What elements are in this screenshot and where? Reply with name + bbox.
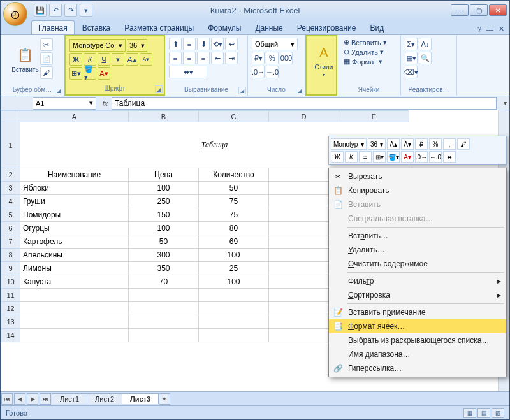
view-layout[interactable]: ▤ bbox=[477, 408, 490, 418]
cell[interactable]: 100 bbox=[199, 275, 269, 289]
close-button[interactable]: ✕ bbox=[489, 4, 507, 16]
header-cell[interactable]: Цена bbox=[129, 168, 199, 182]
cell[interactable]: 50 bbox=[199, 182, 269, 195]
sheet-nav-prev[interactable]: ◀ bbox=[14, 393, 26, 405]
cell[interactable] bbox=[20, 315, 129, 329]
wrap-text[interactable]: ↩ bbox=[225, 38, 238, 50]
row-header-12[interactable]: 12 bbox=[1, 302, 20, 315]
cell[interactable]: 50 bbox=[129, 235, 199, 249]
cell[interactable] bbox=[199, 289, 269, 302]
cell[interactable]: Огурцы bbox=[20, 222, 129, 235]
ribbon-tab-4[interactable]: Данные bbox=[249, 21, 289, 34]
row-header-14[interactable]: 14 bbox=[1, 329, 20, 342]
qat-save[interactable]: 💾 bbox=[34, 4, 47, 17]
mini-italic[interactable]: К bbox=[345, 151, 358, 163]
dropdown[interactable]: ▾ bbox=[112, 53, 124, 66]
dec-decimal[interactable]: ←.0 bbox=[266, 66, 279, 78]
grow-font[interactable]: A▴ bbox=[126, 53, 138, 66]
align-center[interactable]: ≡ bbox=[183, 52, 196, 64]
help-icon[interactable]: ? bbox=[476, 24, 483, 34]
sort-filter[interactable]: A↓ bbox=[419, 38, 432, 50]
mini-merge[interactable]: ⬌ bbox=[443, 151, 456, 163]
italic-button[interactable]: К bbox=[84, 53, 96, 66]
row-header-10[interactable]: 10 bbox=[1, 275, 20, 289]
doc-close[interactable]: ✕ bbox=[497, 24, 506, 34]
mini-comma[interactable]: , bbox=[443, 138, 456, 150]
cell[interactable]: Апельсины bbox=[20, 249, 129, 262]
cell[interactable] bbox=[129, 302, 199, 315]
cell[interactable]: 350 bbox=[129, 262, 199, 275]
cell[interactable] bbox=[20, 302, 129, 315]
mini-font-combo[interactable]: Monotyp▾ bbox=[331, 138, 367, 150]
maximize-button[interactable]: ▢ bbox=[470, 4, 488, 16]
align-launcher[interactable]: ◢ bbox=[238, 87, 246, 94]
formula-bar[interactable]: Таблица bbox=[112, 97, 497, 110]
ribbon-tab-5[interactable]: Рецензирование bbox=[291, 21, 363, 34]
qat-redo[interactable]: ↷ bbox=[64, 4, 77, 17]
minimize-ribbon[interactable]: — bbox=[485, 24, 495, 34]
mini-percent[interactable]: % bbox=[429, 138, 442, 150]
qat-undo[interactable]: ↶ bbox=[49, 4, 62, 17]
col-header-E[interactable]: E bbox=[339, 111, 409, 122]
col-header-A[interactable]: A bbox=[20, 111, 129, 122]
cell[interactable]: 80 bbox=[199, 222, 269, 235]
font-size-combo[interactable]: 36▾ bbox=[127, 39, 147, 52]
cell[interactable]: 300 bbox=[129, 249, 199, 262]
cell[interactable]: 70 bbox=[129, 275, 199, 289]
percent[interactable]: % bbox=[266, 52, 279, 64]
inc-decimal[interactable]: .0→ bbox=[252, 66, 265, 78]
font-color[interactable]: A▾ bbox=[98, 67, 110, 80]
ctx-item[interactable]: Выбрать из раскрывающегося списка… bbox=[329, 333, 506, 347]
row-header-8[interactable]: 8 bbox=[1, 249, 20, 262]
mini-size-combo[interactable]: 36▾ bbox=[368, 138, 386, 150]
mini-painter[interactable]: 🖌 bbox=[457, 138, 470, 150]
ribbon-tab-6[interactable]: Вид bbox=[363, 21, 390, 34]
clear[interactable]: ⌫▾ bbox=[405, 66, 418, 78]
cut-button[interactable]: ✂ bbox=[40, 38, 53, 51]
mini-border[interactable]: ⊞▾ bbox=[373, 151, 386, 163]
header-cell[interactable]: Наименование bbox=[20, 168, 129, 182]
cell[interactable]: 100 bbox=[129, 222, 199, 235]
ribbon-tab-0[interactable]: Главная bbox=[31, 20, 75, 34]
fill[interactable]: ▦▾ bbox=[405, 52, 418, 64]
ribbon-tab-3[interactable]: Формулы bbox=[201, 21, 247, 34]
fill-color[interactable]: 🪣▾ bbox=[84, 67, 96, 80]
cell[interactable] bbox=[199, 302, 269, 315]
cell[interactable] bbox=[129, 315, 199, 329]
font-name-combo[interactable]: Monotype Co▾ bbox=[69, 39, 126, 52]
row-header-3[interactable]: 3 bbox=[1, 182, 20, 195]
cell[interactable] bbox=[199, 329, 269, 342]
sheet-tab-1[interactable]: Лист2 bbox=[87, 393, 122, 404]
sheet-nav-first[interactable]: ⏮ bbox=[1, 393, 13, 405]
cell[interactable]: 100 bbox=[129, 182, 199, 195]
cell[interactable] bbox=[129, 329, 199, 342]
cell[interactable]: Капуста bbox=[20, 275, 129, 289]
office-button[interactable]: ◴ bbox=[3, 2, 27, 26]
merge-center[interactable]: ⬌▾ bbox=[169, 66, 207, 78]
row-header-13[interactable]: 13 bbox=[1, 315, 20, 329]
ctx-item[interactable]: Удалить… bbox=[329, 243, 506, 257]
row-header-1[interactable]: 1 bbox=[1, 122, 20, 168]
mini-incdec[interactable]: .0→ bbox=[415, 151, 428, 163]
cell[interactable] bbox=[129, 289, 199, 302]
ribbon-tab-1[interactable]: Вставка bbox=[76, 21, 117, 34]
row-header-2[interactable]: 2 bbox=[1, 168, 20, 182]
sheet-nav-last[interactable]: ⏭ bbox=[40, 393, 51, 405]
ctx-item[interactable]: Очистить содержимое bbox=[329, 257, 506, 271]
font-launcher[interactable]: ◢ bbox=[155, 85, 163, 93]
autosum[interactable]: Σ▾ bbox=[405, 38, 418, 50]
cell[interactable]: Груши bbox=[20, 195, 129, 208]
format-painter[interactable]: 🖌 bbox=[40, 66, 53, 79]
ctx-item[interactable]: 🔗Гиперссылка… bbox=[329, 361, 506, 375]
mini-decdec[interactable]: ←.0 bbox=[429, 151, 442, 163]
cell[interactable]: Яблоки bbox=[20, 182, 129, 195]
cell[interactable]: 150 bbox=[129, 208, 199, 222]
header-cell[interactable]: Количество bbox=[199, 168, 269, 182]
minimize-button[interactable]: — bbox=[451, 4, 469, 16]
bold-button[interactable]: Ж bbox=[69, 53, 82, 66]
mini-bold[interactable]: Ж bbox=[331, 151, 344, 163]
cell[interactable] bbox=[20, 329, 129, 342]
row-header-7[interactable]: 7 bbox=[1, 235, 20, 249]
orientation[interactable]: ⟲▾ bbox=[211, 38, 224, 50]
align-top[interactable]: ⬆ bbox=[169, 38, 182, 50]
